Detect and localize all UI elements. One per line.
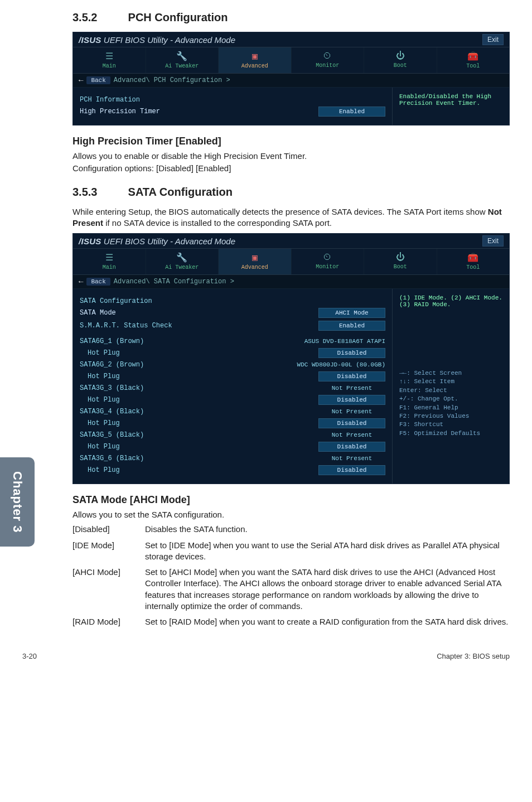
gauge-icon: ⏲ xyxy=(293,252,363,263)
list-icon: ☰ xyxy=(74,51,144,62)
section-353-num: 3.5.3 xyxy=(72,186,125,199)
bios-sata-screenshot: /ISUS UEFI BIOS Utility - Advanced Mode … xyxy=(72,233,510,484)
sata-intro: While entering Setup, the BIOS automatic… xyxy=(72,206,510,229)
hpt-subheading: High Precision Timer [Enabled] xyxy=(72,136,510,147)
tab-boot[interactable]: ⏻Boot xyxy=(364,47,437,73)
tab-tool[interactable]: 🧰Tool xyxy=(437,249,510,274)
pch-info-item[interactable]: PCH Information xyxy=(80,96,385,104)
page-number: 3-20 xyxy=(22,652,37,660)
sata-port6-item: SATA3G_6 (Black) Not Present xyxy=(80,455,385,462)
bios1-crumb-text: Advanced\ PCH Configuration > xyxy=(114,76,230,84)
hpt-value[interactable]: Enabled xyxy=(318,107,385,117)
exit-button[interactable]: Exit xyxy=(482,235,504,247)
section-352-heading: 3.5.2 PCH Configuration xyxy=(72,11,510,24)
power-icon: ⏻ xyxy=(365,51,436,61)
page-footer: 3-20 Chapter 3: BIOS setup xyxy=(0,646,532,670)
tab-boot[interactable]: ⏻Boot xyxy=(364,249,437,274)
bios2-breadcrumb: ← Back Advanced\ SATA Configuration > xyxy=(73,275,509,289)
def-ide: [IDE Mode] Set to [IDE Mode] when you wa… xyxy=(72,538,510,565)
back-arrow-icon[interactable]: ← xyxy=(79,277,83,286)
bios2-titlebar: /ISUS UEFI BIOS Utility - Advanced Mode … xyxy=(73,234,509,248)
tab-ai-tweaker[interactable]: 🔧Ai Tweaker xyxy=(146,47,219,73)
sata-mode-item[interactable]: SATA Mode AHCI Mode xyxy=(80,308,385,318)
sata-port4-item: SATA3G_4 (Black) Not Present xyxy=(80,408,385,416)
bios2-crumb-text: Advanced\ SATA Configuration > xyxy=(114,278,234,286)
bios2-tabs: ☰Main 🔧Ai Tweaker ▣Advanced ⏲Monitor ⏻Bo… xyxy=(73,248,509,275)
wrench-icon: 🔧 xyxy=(147,252,217,263)
bios1-tabs: ☰Main 🔧Ai Tweaker ▣Advanced ⏲Monitor ⏻Bo… xyxy=(73,47,509,74)
tab-main[interactable]: ☰Main xyxy=(73,249,146,274)
section-353-title: SATA Configuration xyxy=(128,186,233,198)
tab-advanced[interactable]: ▣Advanced xyxy=(218,249,291,274)
hpt-desc2: Configuration options: [Disabled] [Enabl… xyxy=(72,163,510,174)
toolbox-icon: 🧰 xyxy=(438,252,509,263)
exit-button[interactable]: Exit xyxy=(482,34,504,45)
def-ahci: [AHCI Mode] Set to [AHCI Mode] when you … xyxy=(72,564,510,614)
sata-port3-hotplug[interactable]: Hot Plug Disabled xyxy=(80,395,385,405)
back-arrow-icon[interactable]: ← xyxy=(79,76,83,85)
sata-mode-subheading: SATA Mode [AHCI Mode] xyxy=(72,494,510,506)
sata-port5-hotplug[interactable]: Hot Plug Disabled xyxy=(80,442,385,452)
toolbox-icon: 🧰 xyxy=(438,51,509,62)
bios2-help-pane: (1) IDE Mode. (2) AHCI Mode. (3) RAID Mo… xyxy=(392,289,509,484)
sata-mode-value[interactable]: AHCI Mode xyxy=(318,308,385,318)
power-icon: ⏻ xyxy=(365,252,436,263)
def-disabled: [Disabled] Disables the SATA function. xyxy=(72,521,510,537)
section-352-title: PCH Configuration xyxy=(128,11,228,23)
bios-pch-screenshot: /ISUS UEFI BIOS Utility - Advanced Mode … xyxy=(72,32,510,125)
bios1-breadcrumb: ← Back Advanced\ PCH Configuration > xyxy=(73,74,509,88)
sata-port2-hotplug[interactable]: Hot Plug Disabled xyxy=(80,371,385,381)
chip-icon: ▣ xyxy=(220,51,290,62)
sata-port3-item: SATA3G_3 (Black) Not Present xyxy=(80,384,385,392)
asus-logo-text: /ISUS xyxy=(79,236,101,246)
sata-mode-options-table: [Disabled] Disables the SATA function. [… xyxy=(72,521,510,630)
back-button[interactable]: Back xyxy=(86,278,110,286)
high-precision-timer-item[interactable]: High Precision Timer Enabled xyxy=(80,107,385,117)
sata-port6-hotplug[interactable]: Hot Plug Disabled xyxy=(80,465,385,475)
bios-title-text: UEFI BIOS Utility - Advanced Mode xyxy=(104,236,235,246)
sata-mode-desc: Allows you to set the SATA configuration… xyxy=(72,509,510,520)
bios-title-text: UEFI BIOS Utility - Advanced Mode xyxy=(104,35,235,45)
sata-port2-item: SATA6G_2 (Brown) WDC WD800JD-00L (80.0GB… xyxy=(80,361,385,369)
gauge-icon: ⏲ xyxy=(293,51,363,61)
tab-advanced[interactable]: ▣Advanced xyxy=(218,47,291,73)
sata-port1-item: SATA6G_1 (Brown) ASUS DVD-E818A6T ATAPI xyxy=(80,337,385,345)
hotkeys: →←: Select Screen ↑↓: Select Item Enter:… xyxy=(399,369,502,438)
sata-port1-hotplug[interactable]: Hot Plug Disabled xyxy=(80,348,385,358)
smart-status-item[interactable]: S.M.A.R.T. Status Check Enabled xyxy=(80,321,385,331)
back-button[interactable]: Back xyxy=(86,76,110,84)
smart-value[interactable]: Enabled xyxy=(318,321,385,331)
wrench-icon: 🔧 xyxy=(147,51,217,62)
bios1-help-text: Enabled/Disabled the High Precision Even… xyxy=(399,93,502,107)
chapter-label: Chapter 3: BIOS setup xyxy=(437,652,510,660)
tab-tool[interactable]: 🧰Tool xyxy=(437,47,510,73)
side-chapter-label: Chapter 3 xyxy=(10,471,25,533)
sata-config-header: SATA Configuration xyxy=(80,297,385,305)
bios1-titlebar: /ISUS UEFI BIOS Utility - Advanced Mode … xyxy=(73,32,509,47)
asus-logo-text: /ISUS xyxy=(79,35,101,45)
hpt-desc1: Allows you to enable or disable the High… xyxy=(72,151,510,162)
tab-main[interactable]: ☰Main xyxy=(73,47,146,73)
bios1-help-pane: Enabled/Disabled the High Precision Even… xyxy=(392,88,509,125)
tab-monitor[interactable]: ⏲Monitor xyxy=(291,249,364,274)
bios2-help-text: (1) IDE Mode. (2) AHCI Mode. (3) RAID Mo… xyxy=(399,294,502,308)
tab-ai-tweaker[interactable]: 🔧Ai Tweaker xyxy=(146,249,219,274)
section-352-num: 3.5.2 xyxy=(72,11,125,24)
chip-icon: ▣ xyxy=(220,252,290,263)
tab-monitor[interactable]: ⏲Monitor xyxy=(291,47,364,73)
sata-port4-hotplug[interactable]: Hot Plug Disabled xyxy=(80,418,385,428)
section-353-heading: 3.5.3 SATA Configuration xyxy=(72,186,510,199)
list-icon: ☰ xyxy=(74,252,144,263)
def-raid: [RAID Mode] Set to [RAID Mode] when you … xyxy=(72,614,510,630)
side-chapter-tab: Chapter 3 xyxy=(0,457,35,547)
sata-port5-item: SATA3G_5 (Black) Not Present xyxy=(80,431,385,439)
